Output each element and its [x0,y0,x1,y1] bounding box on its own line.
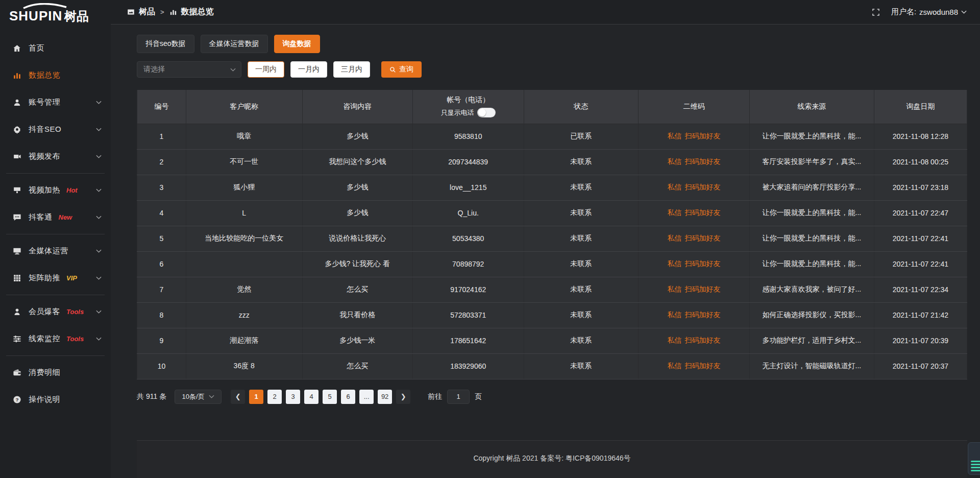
lead-source-link[interactable]: 让你一眼就爱上的黑科技，能... [749,200,874,226]
svg-text:SHUPIN: SHUPIN [9,8,62,23]
cell-account: 178651642 [412,328,524,353]
floating-service-widget[interactable] [968,442,980,475]
sidebar-item-video-publish[interactable]: 视频发布 [0,143,111,170]
page-button[interactable]: 4 [304,390,318,404]
search-icon [389,66,396,73]
question-icon: ? [12,395,21,404]
sidebar-divider [6,355,105,356]
filter-select[interactable]: 请选择 [137,61,241,78]
page-button[interactable]: 2 [267,390,282,404]
sidebar-item-account-mgmt[interactable]: 账号管理 [0,89,111,116]
cell-date: 2021-11-07 22:41 [874,226,967,251]
sidebar-item-member-bursting[interactable]: 会员爆客 Tools [0,298,111,325]
sidebar-item-label: 矩阵助推 [29,273,60,283]
lead-source-link[interactable]: 被大家追着问的客厅投影分享... [749,175,874,200]
per-page-select[interactable]: 10条/页 [175,390,222,404]
lead-source-link[interactable]: 让你一眼就爱上的黑科技，能... [749,251,874,277]
cell-content: 多少钱 [302,200,412,226]
wallet-icon [12,368,21,377]
table-row: 10 36度 8 怎么买 183929060 未联系 私信扫码加好友 无主灯设计… [137,353,967,379]
private-msg-link[interactable]: 私信 [667,310,681,319]
goto-page-input[interactable] [447,390,470,404]
table-row: 9 潮起潮落 多少钱一米 178651642 未联系 私信扫码加好友 多功能护栏… [137,328,967,353]
cell-content: 多少钱一米 [302,328,412,353]
chevron-down-icon [96,274,102,282]
page-button[interactable]: 5 [323,390,337,404]
col-source: 线索来源 [749,90,874,124]
tab-all-media-data[interactable]: 全媒体运营数据 [201,35,268,53]
cell-no: 2 [137,149,186,175]
scan-add-friend-link[interactable]: 扫码加好友 [684,285,720,293]
private-msg-link[interactable]: 私信 [667,157,681,165]
page-button[interactable]: 6 [341,390,355,404]
cell-no: 4 [137,200,186,226]
sidebar-item-douyin-seo[interactable]: 抖音SEO [0,116,111,143]
page-button[interactable]: 3 [286,390,300,404]
private-msg-link[interactable]: 私信 [667,336,681,344]
sidebar-item-video-heating[interactable]: 视频加热 Hot [0,177,111,204]
next-page-button[interactable]: ❯ [396,390,410,404]
sidebar-divider [6,295,105,295]
sidebar-item-spend-detail[interactable]: 消费明细 [0,359,111,386]
tab-inquiry-data[interactable]: 询盘数据 [274,35,320,53]
private-msg-link[interactable]: 私信 [667,285,681,293]
svg-text:?: ? [15,397,18,402]
tools-badge: Tools [66,308,84,316]
sidebar-item-help[interactable]: ? 操作说明 [0,386,111,413]
fullscreen-icon[interactable] [872,8,880,16]
table-row: 1 哦章 多少钱 9583810 已联系 私信扫码加好友 让你一眼就爱上的黑科技… [137,124,967,149]
sidebar-item-matrix-boost[interactable]: 矩阵助推 VIP [0,265,111,292]
range-month-button[interactable]: 一月内 [290,61,327,78]
prev-page-button[interactable]: ❮ [231,390,245,404]
cell-account: Q_Liu. [412,200,524,226]
sidebar-item-all-media[interactable]: 全媒体运营 [0,237,111,265]
status-badge: 未联系 [524,328,638,353]
lead-source-link[interactable]: 感谢大家喜欢我家，被问了好... [749,277,874,302]
sidebar-item-home[interactable]: 首页 [0,35,111,62]
tab-douyin-seo-data[interactable]: 抖音seo数据 [137,35,194,53]
page-ellipsis-button[interactable]: ... [359,390,374,404]
scan-add-friend-link[interactable]: 扫码加好友 [684,157,720,165]
col-content: 咨询内容 [302,90,412,124]
scan-add-friend-link[interactable]: 扫码加好友 [684,183,720,191]
lead-source-link[interactable]: 让你一眼就爱上的黑科技，能... [749,124,874,149]
lead-source-link[interactable]: 多功能护栏灯，适用于乡村文... [749,328,874,353]
user-menu[interactable]: 用户名: zswodun88 [891,7,967,17]
lead-source-link[interactable]: 让你一眼就爱上的黑科技，能... [749,226,874,251]
lead-source-link[interactable]: 客厅安装投影半年多了，真实... [749,149,874,175]
page-button[interactable]: 92 [378,390,392,404]
private-msg-link[interactable]: 私信 [667,183,681,191]
range-quarter-button[interactable]: 三月内 [333,61,370,78]
page-button[interactable]: 1 [249,390,263,404]
lead-source-link[interactable]: 如何正确选择投影仪，买投影... [749,302,874,328]
scan-add-friend-link[interactable]: 扫码加好友 [684,132,720,140]
toggle-knob [478,109,486,116]
private-msg-link[interactable]: 私信 [667,362,681,370]
footer: Copyright 树品 2021 备案号: 粤ICP备09019646号 [137,440,967,478]
scan-add-friend-link[interactable]: 扫码加好友 [684,310,720,319]
cell-account: love__1215 [412,175,524,200]
private-msg-link[interactable]: 私信 [667,208,681,217]
breadcrumb-item[interactable]: 数据总览 [181,7,214,17]
range-week-button[interactable]: 一周内 [248,61,284,78]
private-msg-link[interactable]: 私信 [667,132,681,140]
phone-only-toggle[interactable] [477,108,496,117]
sidebar-item-douketong[interactable]: 抖客通 New [0,204,111,231]
cell-date: 2021-11-07 22:41 [874,251,967,277]
col-account: 帐号（电话） 只显示电话 [412,90,524,124]
private-msg-link[interactable]: 私信 [667,259,681,268]
scan-add-friend-link[interactable]: 扫码加好友 [684,208,720,217]
sidebar-item-lead-monitor[interactable]: 线索监控 Tools [0,325,111,352]
breadcrumb-item[interactable]: 树品 [139,7,155,17]
gear-icon [12,125,21,134]
cell-qrcode: 私信扫码加好友 [639,328,750,353]
scan-add-friend-link[interactable]: 扫码加好友 [684,336,720,344]
search-button[interactable]: 查询 [381,61,422,78]
lead-source-link[interactable]: 无主灯设计，智能磁吸轨道灯... [749,353,874,379]
scan-add-friend-link[interactable]: 扫码加好友 [684,259,720,268]
scan-add-friend-link[interactable]: 扫码加好友 [684,362,720,370]
sidebar-item-data-overview[interactable]: 数据总览 [0,62,111,89]
scan-add-friend-link[interactable]: 扫码加好友 [684,234,720,242]
pagination-total: 共 911 条 [137,392,166,401]
private-msg-link[interactable]: 私信 [667,234,681,242]
